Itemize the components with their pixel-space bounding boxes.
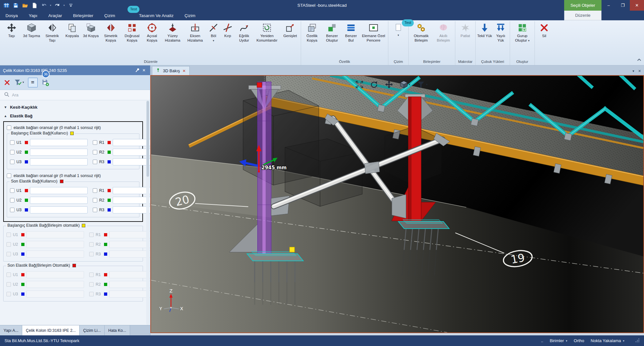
redo-icon[interactable] [54, 2, 61, 9]
3d-scene[interactable]: 2945 mm 20 19 [151, 76, 643, 332]
dof-value-input[interactable] [30, 197, 88, 204]
dof-value-input[interactable] [30, 187, 88, 194]
panel-scrollbar[interactable] [146, 100, 149, 325]
tab-celik-kolon[interactable]: Çelik Kolon ID:3163 IPE 2... [22, 325, 80, 335]
search-input[interactable] [12, 93, 76, 97]
dof-value-input[interactable] [109, 241, 150, 248]
3d-viewport[interactable]: 2945 mm 20 19 [150, 75, 644, 333]
open-folder-icon[interactable] [22, 2, 28, 9]
ribbon-button-kirp[interactable]: Kırp [221, 21, 235, 39]
minimize-button[interactable]: – [601, 0, 616, 11]
tab-cizim-listesi[interactable]: Çizim Li... [80, 325, 105, 335]
ribbon-button-cizim[interactable]: Test ▾ [389, 21, 407, 37]
dof-checkbox[interactable] [93, 208, 97, 212]
dof-checkbox[interactable] [89, 242, 94, 247]
dof-value-input[interactable] [109, 281, 150, 288]
menu-cizim[interactable]: Çizim [99, 11, 121, 20]
pin-icon[interactable] [134, 68, 141, 73]
section-elastik-bag[interactable]: ▲ Elastik Bağ [3, 112, 143, 120]
ribbon-button-kopyala[interactable]: Kopyala [63, 21, 81, 39]
dof-checkbox[interactable] [10, 208, 14, 212]
dof-value-input[interactable] [113, 187, 150, 194]
section-kesit-kaciklik[interactable]: ▼ Kesit-Kaçıklık [3, 103, 143, 112]
redo-dropdown-icon[interactable]: ▾ [63, 4, 65, 7]
ribbon-button-tasi[interactable]: Taşı [2, 21, 22, 39]
ortho-toggle[interactable]: Ortho [574, 338, 584, 343]
dof-checkbox[interactable] [93, 188, 97, 193]
dof-value-input[interactable] [113, 139, 150, 146]
menu-birlesimler[interactable]: Birleşimler [68, 11, 99, 20]
dof-checkbox[interactable] [89, 282, 94, 287]
ribbon-button-yayili-yuk[interactable]: Yayılı Yük [493, 21, 509, 43]
tabstrip-close-icon[interactable]: ✕ [638, 69, 641, 73]
ribbon-button-benzer-olustur[interactable]: Benzer Oluştur [322, 21, 342, 43]
dof-checkbox[interactable] [89, 232, 94, 237]
tab-3d-bakis[interactable]: 3D Bakış ✕ [152, 66, 190, 75]
pin-icon[interactable] [156, 68, 160, 74]
ribbon-button-tekil-yuk[interactable]: Tekil Yük [477, 21, 493, 39]
dof-value-input[interactable] [113, 206, 150, 213]
dof-checkbox[interactable] [93, 198, 97, 203]
tab-yapi[interactable]: Yapı A... [0, 325, 22, 335]
ribbon-button-egrilik-uydur[interactable]: Eğrilik Uydur [235, 21, 253, 43]
dof-checkbox[interactable] [6, 272, 11, 277]
ribbon-button-akilli-birlesim[interactable]: Akıllı Birleşim [433, 21, 454, 43]
undo-icon[interactable] [41, 2, 47, 9]
dof-value-input[interactable] [26, 251, 84, 258]
dof-checkbox[interactable] [89, 272, 94, 277]
ribbon-button-yeniden-konumlandir[interactable]: Yeniden Konumlandır [253, 21, 280, 43]
dof-checkbox[interactable] [6, 232, 11, 237]
dof-checkbox[interactable] [89, 292, 94, 296]
tab-duzenle-contextual[interactable]: Düzenle [564, 11, 601, 20]
dof-value-input[interactable] [30, 206, 88, 213]
ribbon-button-eksen-hizalama[interactable]: Eksen Hizalama [184, 21, 206, 43]
ribbon-button-benzer-bul[interactable]: Benzer Bul [342, 21, 360, 43]
view-cube-button[interactable]: ▾ [399, 80, 411, 89]
undo-dropdown-icon[interactable]: ▾ [50, 4, 51, 7]
dof-checkbox[interactable] [89, 252, 94, 256]
dof-checkbox[interactable] [93, 150, 97, 154]
dof-checkbox[interactable] [6, 252, 11, 256]
ribbon-button-yuzey-hizalama[interactable]: Yüzey Hizalama [161, 21, 184, 43]
dof-checkbox[interactable] [6, 282, 11, 287]
units-selector[interactable]: Birimler▾ [550, 338, 567, 343]
orbit-button[interactable] [369, 80, 379, 89]
dof-checkbox[interactable] [6, 242, 11, 247]
snap-selector[interactable]: Nokta Yakalama▾ [591, 338, 624, 343]
ribbon-button-simetrik-tasi[interactable]: Simetrik Taşı [42, 21, 63, 43]
dof-checkbox[interactable] [10, 160, 14, 164]
dof-checkbox[interactable] [6, 292, 11, 296]
ribbon-collapse-icon[interactable] [637, 57, 641, 63]
menu-cizim-2[interactable]: Çizim [179, 11, 201, 20]
ribbon-button-3d-kopya[interactable]: 3d Kopya [81, 21, 100, 39]
app-icon[interactable] [3, 2, 10, 9]
display-filter-button[interactable]: ▾ [416, 80, 428, 89]
dof-value-input[interactable] [26, 231, 84, 238]
dof-checkbox[interactable] [10, 140, 14, 145]
tab-hata-kontrol[interactable]: Hata Ko... [105, 325, 130, 335]
ribbon-button-bol[interactable]: Böl ▾ [206, 21, 221, 43]
dof-value-input[interactable] [26, 281, 84, 288]
filter-button[interactable]: ▾ [14, 79, 24, 86]
dof-value-input[interactable] [113, 149, 150, 156]
dof-value-input[interactable] [109, 291, 150, 298]
ribbon-button-patlat[interactable]: Patlat [456, 21, 474, 39]
save-icon[interactable] [13, 2, 19, 9]
tab-close-icon[interactable]: ✕ [183, 69, 186, 73]
dof-checkbox[interactable] [93, 140, 97, 145]
resize-grip[interactable] [635, 338, 639, 343]
clear-filter-button[interactable] [4, 79, 10, 86]
dof-value-input[interactable] [109, 251, 150, 258]
menu-araclar[interactable]: Araçlar [43, 11, 68, 20]
dof-value-input[interactable] [30, 158, 88, 165]
ribbon-button-gurup-olustur[interactable]: Gurup Oluştur ▾ [511, 21, 534, 43]
ribbon-button-genislet[interactable]: Genişlet [280, 21, 300, 39]
dof-value-input[interactable] [109, 271, 150, 278]
panel-close-icon[interactable]: ✕ [141, 68, 147, 73]
pan-button[interactable] [384, 80, 394, 89]
close-button[interactable]: ✕ [630, 0, 644, 11]
statusbar-dots[interactable]: .. [541, 338, 543, 343]
dof-value-input[interactable] [109, 231, 150, 238]
proportional-checkbox[interactable] [7, 173, 11, 178]
zoom-extents-button[interactable] [355, 80, 364, 89]
